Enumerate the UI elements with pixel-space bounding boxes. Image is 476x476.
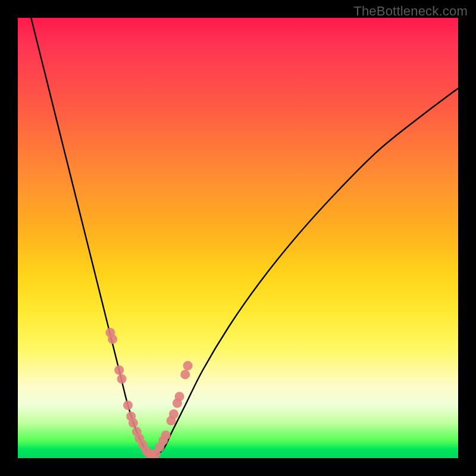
watermark-text: TheBottleneck.com bbox=[353, 4, 468, 19]
highlight-dot bbox=[114, 365, 124, 375]
highlight-dot bbox=[183, 361, 193, 371]
highlight-dot bbox=[175, 392, 184, 401]
highlight-dot bbox=[180, 369, 190, 379]
highlight-dot bbox=[123, 400, 133, 410]
highlight-dot bbox=[108, 334, 117, 344]
curve-layer bbox=[18, 18, 458, 458]
bottleneck-curve bbox=[31, 18, 458, 456]
chart-frame: TheBottleneck.com bbox=[0, 0, 476, 476]
highlight-dots-group bbox=[105, 328, 192, 458]
highlight-dot bbox=[169, 409, 178, 419]
highlight-dot bbox=[117, 374, 127, 384]
highlight-dot bbox=[161, 431, 171, 440]
highlight-dot bbox=[129, 418, 138, 428]
plot-area bbox=[18, 18, 458, 458]
